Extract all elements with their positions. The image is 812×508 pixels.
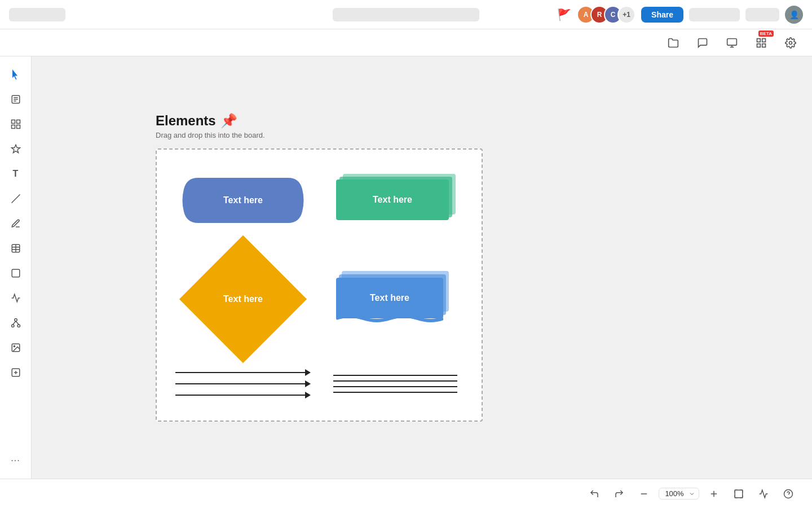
shape-top-right-label: Text here [373, 195, 412, 205]
more-tool[interactable]: ··· [5, 449, 27, 472]
panel-subtitle: Drag and drop this into the board. [156, 131, 483, 139]
flag-icon: 🚩 [557, 8, 571, 21]
comment-icon[interactable] [692, 33, 713, 53]
arrow-line-3 [175, 392, 311, 398]
plain-line-4 [333, 392, 457, 393]
text-tool[interactable]: T [5, 163, 27, 185]
plain-line-1 [333, 375, 457, 376]
elements-panel: Elements 📌 Drag and drop this into the b… [156, 113, 483, 422]
svg-point-23 [14, 319, 17, 322]
shapes-container[interactable]: Text here Text here [156, 148, 483, 422]
svg-rect-15 [16, 125, 20, 129]
present-icon[interactable] [722, 33, 742, 53]
svg-line-27 [16, 321, 19, 325]
components-tool[interactable] [5, 113, 27, 135]
arrow-lines-left [173, 364, 314, 404]
svg-line-17 [11, 195, 20, 203]
settings-icon[interactable] [780, 33, 801, 53]
svg-rect-13 [16, 120, 20, 124]
chevron-down-icon [689, 491, 695, 497]
shape-bottom-right-label: Text here [370, 293, 409, 303]
embed-tool[interactable] [5, 361, 27, 384]
redo-button[interactable] [609, 484, 629, 504]
zoom-level: 100% [663, 489, 686, 498]
notes-tool[interactable] [5, 88, 27, 111]
sidebar: T ··· [0, 56, 32, 479]
topbar-pill1[interactable] [689, 8, 740, 21]
plain-lines-right [325, 364, 466, 404]
shape-cell-top-left[interactable]: Text here [173, 167, 314, 234]
plain-line-2 [333, 380, 457, 382]
title-text: Elements [156, 113, 216, 129]
zoom-in-button[interactable] [704, 484, 724, 504]
diamond-shape: Text here [179, 235, 307, 363]
favorites-tool[interactable] [5, 138, 27, 160]
diagram-tool[interactable] [5, 312, 27, 334]
topbar-pill2[interactable] [745, 8, 779, 21]
shape-cell-bottom-left[interactable]: Text here [173, 246, 314, 353]
plain-line-3 [333, 386, 457, 387]
svg-rect-0 [727, 38, 737, 45]
shape-cell-bottom-right[interactable]: Text here [325, 246, 466, 353]
main-area: T ··· El [0, 56, 812, 479]
sticky-tool[interactable] [5, 262, 27, 284]
canvas-area[interactable]: Elements 📌 Drag and drop this into the b… [32, 56, 812, 479]
zoom-out-button[interactable] [634, 484, 654, 504]
svg-rect-14 [11, 125, 15, 129]
pin-icon: 📌 [220, 113, 237, 129]
beta-label: BETA [758, 30, 774, 37]
svg-point-25 [17, 325, 20, 327]
zoom-control[interactable]: 100% [659, 488, 699, 500]
svg-rect-36 [735, 490, 743, 498]
svg-rect-5 [757, 43, 761, 47]
line-tool[interactable] [5, 187, 27, 210]
shape-top-left-label: Text here [223, 195, 263, 205]
svg-rect-4 [762, 38, 766, 42]
activity-icon[interactable] [753, 484, 774, 504]
diamond-wrapper: Text here [192, 248, 294, 350]
fit-to-screen-button[interactable] [729, 484, 749, 504]
breadcrumb[interactable] [9, 8, 65, 21]
select-tool[interactable] [5, 63, 27, 86]
more-collaborators-badge[interactable]: +1 [617, 6, 636, 24]
wave-decoration [336, 314, 443, 323]
folder-icon[interactable] [663, 33, 683, 53]
svg-rect-6 [762, 43, 766, 47]
collaborators-group: A R C +1 [577, 6, 636, 24]
arrows-with-heads [175, 369, 311, 398]
topbar: 🚩 A R C +1 Share 👤 [0, 0, 812, 29]
panel-title: Elements 📌 [156, 113, 483, 129]
share-button[interactable]: Share [641, 7, 683, 23]
shape-bottom-left-label: Text here [223, 294, 263, 304]
svg-rect-12 [11, 120, 15, 124]
plain-lines [333, 375, 457, 393]
topbar-left [9, 8, 65, 21]
user-avatar[interactable]: 👤 [785, 6, 803, 24]
secondbar: BETA [0, 29, 812, 56]
help-button[interactable] [778, 484, 798, 504]
svg-line-26 [12, 321, 15, 325]
topbar-center [333, 8, 479, 21]
grid-beta-icon[interactable]: BETA [751, 33, 771, 53]
arrow-line-1 [175, 369, 311, 376]
arrow-line-2 [175, 380, 311, 387]
svg-point-29 [14, 345, 15, 347]
undo-button[interactable] [584, 484, 604, 504]
svg-rect-3 [757, 38, 761, 42]
shape-cell-top-right[interactable]: Text here [325, 167, 466, 234]
image-tool[interactable] [5, 336, 27, 359]
table-tool[interactable] [5, 237, 27, 260]
svg-rect-22 [12, 269, 20, 277]
svg-point-24 [11, 325, 14, 327]
svg-point-7 [789, 41, 792, 44]
svg-marker-16 [11, 145, 20, 153]
pen-tool[interactable] [5, 212, 27, 235]
chart-tool[interactable] [5, 287, 27, 309]
topbar-right: 🚩 A R C +1 Share 👤 [557, 6, 803, 24]
board-title[interactable] [333, 8, 479, 21]
bottombar: 100% [0, 479, 812, 508]
